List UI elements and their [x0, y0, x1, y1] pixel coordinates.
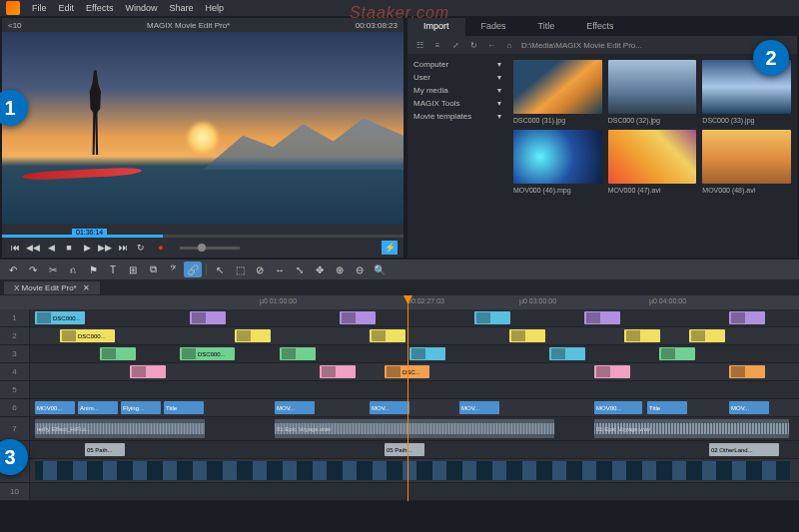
- proxy-button[interactable]: ⚡: [382, 241, 398, 255]
- toolbar-btn-1[interactable]: ↷: [24, 262, 42, 277]
- clip[interactable]: [659, 347, 695, 360]
- record-button[interactable]: ●: [154, 241, 168, 255]
- clip[interactable]: 01 Epic Voyage.wav: [275, 419, 554, 438]
- volume-slider[interactable]: [180, 247, 240, 250]
- track-header[interactable]: 10: [0, 483, 30, 500]
- toolbar-btn-2[interactable]: ✂: [44, 262, 62, 277]
- clip[interactable]: [594, 365, 630, 378]
- tree-user[interactable]: User▾: [413, 71, 501, 84]
- track-header[interactable]: 1: [0, 309, 30, 326]
- clip[interactable]: MOV...: [275, 401, 315, 414]
- track-lane[interactable]: [30, 381, 799, 398]
- menu-edit[interactable]: Edit: [59, 3, 75, 13]
- toolbar-btn-19[interactable]: 🔍: [371, 262, 389, 277]
- clip[interactable]: terfly Effect_HiFi.o...: [35, 419, 205, 438]
- browse-icon-5[interactable]: ⌂: [503, 39, 515, 51]
- clip[interactable]: [624, 329, 660, 342]
- tree-computer[interactable]: Computer▾: [413, 58, 501, 71]
- transport-btn-0[interactable]: ⏮: [8, 241, 22, 255]
- toolbar-btn-11[interactable]: ↖: [211, 262, 229, 277]
- menu-share[interactable]: Share: [169, 3, 193, 13]
- toolbar-btn-16[interactable]: ✥: [311, 262, 329, 277]
- track-lane[interactable]: [30, 459, 799, 482]
- clip[interactable]: 02 OtherLand...: [709, 443, 779, 456]
- tab-effects[interactable]: Effects: [570, 18, 629, 36]
- video-preview[interactable]: [2, 32, 403, 224]
- toolbar-btn-5[interactable]: T: [104, 262, 122, 277]
- tree-my-media[interactable]: My media▾: [413, 84, 501, 97]
- clip[interactable]: Anim...: [78, 401, 118, 414]
- tab-fades[interactable]: Fades: [465, 18, 522, 36]
- toolbar-btn-14[interactable]: ↔: [271, 262, 289, 277]
- clip[interactable]: Flying...: [121, 401, 161, 414]
- clip[interactable]: 01 Epic Voyage.wav: [594, 419, 789, 438]
- clip[interactable]: DSC000...: [180, 347, 235, 360]
- toolbar-btn-15[interactable]: ⤡: [291, 262, 309, 277]
- transport-btn-1[interactable]: ◀◀: [26, 241, 40, 255]
- toolbar-btn-13[interactable]: ⊘: [251, 262, 269, 277]
- clip[interactable]: MOV...: [459, 401, 499, 414]
- toolbar-btn-0[interactable]: ↶: [4, 262, 22, 277]
- toolbar-btn-12[interactable]: ⬚: [231, 262, 249, 277]
- menu-help[interactable]: Help: [205, 3, 224, 13]
- tab-title[interactable]: Title: [522, 18, 571, 36]
- clip[interactable]: MOV...: [729, 401, 769, 414]
- toolbar-btn-9[interactable]: 🔗: [184, 262, 202, 277]
- track-header[interactable]: 3: [0, 345, 30, 362]
- clip[interactable]: DSC...: [385, 365, 429, 378]
- media-thumb[interactable]: MOV000 (46).mpg: [513, 130, 602, 194]
- clip[interactable]: [130, 365, 166, 378]
- clip[interactable]: [689, 329, 725, 342]
- clip[interactable]: Title: [647, 401, 687, 414]
- toolbar-btn-3[interactable]: ⎌: [64, 262, 82, 277]
- clip[interactable]: MOV00...: [35, 401, 75, 414]
- transport-btn-3[interactable]: ■: [62, 241, 76, 255]
- clip[interactable]: [409, 347, 445, 360]
- clip[interactable]: DSC000...: [60, 329, 115, 342]
- clip[interactable]: [340, 311, 376, 324]
- toolbar-btn-17[interactable]: ⊕: [331, 262, 349, 277]
- clip[interactable]: [320, 365, 356, 378]
- transport-btn-4[interactable]: ▶: [80, 241, 94, 255]
- track-lane[interactable]: [30, 483, 799, 500]
- transport-btn-5[interactable]: ▶▶: [98, 241, 112, 255]
- clip[interactable]: [549, 347, 585, 360]
- track-lane[interactable]: terfly Effect_HiFi.o...01 Epic Voyage.wa…: [30, 417, 799, 440]
- track-lane[interactable]: DSC000...: [30, 309, 799, 326]
- track-header[interactable]: 4: [0, 363, 30, 380]
- tree-movie-templates[interactable]: Movie templates▾: [413, 110, 501, 123]
- clip[interactable]: MOV00...: [594, 401, 642, 414]
- track-lane[interactable]: DSC000...: [30, 345, 799, 362]
- track-lane[interactable]: DSC...: [30, 363, 799, 380]
- clip[interactable]: 05 Path...: [85, 443, 125, 456]
- clip[interactable]: [474, 311, 510, 324]
- project-tab[interactable]: X Movie Edit Pro* ✕: [4, 281, 100, 294]
- tab-import[interactable]: Import: [407, 18, 465, 36]
- clip[interactable]: Title: [164, 401, 204, 414]
- clip[interactable]: [584, 311, 620, 324]
- tree-magix-tools[interactable]: MAGIX Tools▾: [413, 97, 501, 110]
- clip[interactable]: [509, 329, 545, 342]
- clip[interactable]: [370, 329, 405, 342]
- browse-icon-1[interactable]: ≡: [431, 39, 443, 51]
- toolbar-btn-7[interactable]: ⧉: [144, 262, 162, 277]
- track-header[interactable]: 7: [0, 417, 30, 440]
- media-thumb[interactable]: DSC000 (32).jpg: [608, 60, 697, 124]
- clip[interactable]: 05 Path...: [385, 443, 424, 456]
- browse-icon-4[interactable]: ←: [485, 39, 497, 51]
- track-header[interactable]: 2: [0, 327, 30, 344]
- transport-btn-7[interactable]: ↻: [134, 241, 148, 255]
- browse-icon-0[interactable]: ☷: [413, 39, 425, 51]
- track-header[interactable]: 5: [0, 381, 30, 398]
- browse-icon-3[interactable]: ↻: [467, 39, 479, 51]
- clip[interactable]: [35, 461, 790, 480]
- clip[interactable]: [729, 311, 765, 324]
- clip[interactable]: [100, 347, 136, 360]
- time-ruler[interactable]: µ0 01:00:0000:02:27:03µ0 03:00:00µ0 04:0…: [0, 295, 799, 309]
- toolbar-btn-4[interactable]: ⚑: [84, 262, 102, 277]
- preview-scrubber[interactable]: 01:36:14: [2, 224, 403, 238]
- toolbar-btn-6[interactable]: ⊞: [124, 262, 142, 277]
- menu-window[interactable]: Window: [125, 3, 157, 13]
- track-lane[interactable]: 05 Path...05 Path...02 OtherLand...: [30, 441, 799, 458]
- menu-effects[interactable]: Effects: [86, 3, 113, 13]
